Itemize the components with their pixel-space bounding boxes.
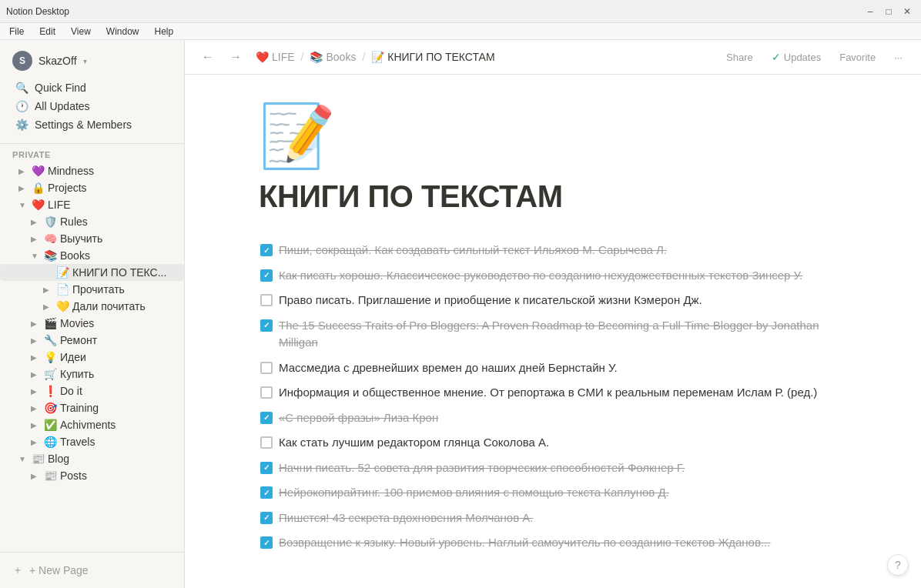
new-page-button[interactable]: ＋ + New Page <box>6 559 178 582</box>
add-item-button[interactable]: + <box>222 409 233 423</box>
checkbox[interactable] <box>260 436 273 449</box>
sidebar-item-projects[interactable]: ▶ 🔒 Projects <box>0 179 184 196</box>
add-item-button[interactable]: + <box>222 534 233 548</box>
sidebar-item-doit[interactable]: ▶ ❗ Do it <box>0 383 184 399</box>
sidebar-item-rules[interactable]: ▶ 🛡️ Rules <box>0 213 184 230</box>
add-item-button[interactable]: + <box>222 384 233 398</box>
checklist: + ⠿ Пиши, сокращай. Как создавать сильны… <box>259 239 847 555</box>
sidebar-header: S SkazOff ▾ 🔍 Quick Find 🕐 All Updates ⚙… <box>0 40 184 144</box>
item-label: Movies <box>60 317 178 329</box>
drag-handle[interactable]: ⠿ <box>235 484 248 498</box>
topbar-left: ← → ❤️ LIFE / 📚 Books / 📝 КНИГИ ПО <box>197 47 498 67</box>
chevron-icon: ▶ <box>31 387 40 396</box>
chevron-icon: ▼ <box>18 455 28 463</box>
item-label: КНИГИ ПО ТЕКС... <box>72 266 178 279</box>
drag-handle[interactable]: ⠿ <box>235 359 248 373</box>
checkbox[interactable] <box>260 269 273 282</box>
sidebar-item-movies[interactable]: ▶ 🎬 Movies <box>0 315 184 332</box>
menu-view[interactable]: View <box>65 25 97 38</box>
breadcrumb-current[interactable]: 📝 КНИГИ ПО ТЕКСТАМ <box>368 49 497 65</box>
item-label: Rules <box>60 215 178 228</box>
menu-edit[interactable]: Edit <box>33 25 62 38</box>
drag-handle[interactable]: ⠿ <box>235 317 248 331</box>
sidebar-item-remont[interactable]: ▶ 🔧 Ремонт <box>0 332 184 349</box>
sidebar-item-training[interactable]: ▶ 🎯 Training <box>0 399 184 416</box>
sidebar-item-life[interactable]: ▼ ❤️ LIFE <box>0 196 184 213</box>
add-item-button[interactable]: + <box>222 292 233 306</box>
checkbox[interactable] <box>260 486 273 499</box>
add-item-button[interactable]: + <box>222 242 233 256</box>
item-icon: 🛒 <box>43 368 57 380</box>
back-button[interactable]: ← <box>197 47 219 67</box>
checkbox[interactable] <box>260 244 273 256</box>
favorite-button[interactable]: Favorite <box>833 48 882 66</box>
add-item-button[interactable]: + <box>222 459 233 473</box>
checkbox[interactable] <box>260 294 273 306</box>
sidebar-item-knigi-tekst[interactable]: 📝 КНИГИ ПО ТЕКС... <box>0 264 184 281</box>
drag-handle[interactable]: ⠿ <box>235 384 248 398</box>
sidebar-item-vyuchit[interactable]: ▶ 🧠 Выучить <box>0 230 184 247</box>
all-updates-label: All Updates <box>35 100 90 112</box>
list-item: + ⠿ «С первой фразы» Лиза Крон <box>259 406 847 430</box>
item-text: Как стать лучшим редактором глянца Сокол… <box>279 434 846 452</box>
add-item-button[interactable]: + <box>222 317 233 331</box>
sidebar-item-quick-find[interactable]: 🔍 Quick Find <box>9 79 175 97</box>
drag-handle[interactable]: ⠿ <box>235 242 248 256</box>
add-item-button[interactable]: + <box>222 359 233 373</box>
item-text: Нейрокопирайтинг. 100 приемов влияния с … <box>279 484 846 502</box>
drag-handle[interactable]: ⠿ <box>235 434 248 448</box>
help-button[interactable]: ? <box>887 554 909 576</box>
sidebar-item-travels[interactable]: ▶ 🌐 Travels <box>0 433 184 450</box>
add-item-button[interactable]: + <box>222 484 233 498</box>
sidebar-item-settings[interactable]: ⚙️ Settings & Members <box>9 115 175 134</box>
item-text: Пишется! 43 секрета вдохновения Молчанов… <box>279 509 846 527</box>
share-button[interactable]: Share <box>720 48 759 66</box>
sidebar-item-achivments[interactable]: ▶ ✅ Achivments <box>0 416 184 433</box>
menu-file[interactable]: File <box>3 25 30 38</box>
more-icon: ··· <box>894 52 903 63</box>
sidebar-item-blog[interactable]: ▼ 📰 Blog <box>0 450 184 467</box>
checkbox[interactable] <box>260 362 273 374</box>
breadcrumb-books[interactable]: 📚 Books <box>306 49 359 65</box>
drag-handle[interactable]: ⠿ <box>235 409 248 423</box>
plus-icon: ＋ <box>12 563 23 577</box>
item-icon: ❤️ <box>31 199 45 211</box>
sidebar-item-books[interactable]: ▼ 📚 Books <box>0 247 184 264</box>
sidebar-item-posts[interactable]: ▶ 📰 Posts <box>0 467 184 484</box>
add-item-button[interactable]: + <box>222 509 233 523</box>
checkbox[interactable] <box>260 462 273 474</box>
sidebar-item-dali-pochitat[interactable]: ▶ 💛 Дали почитать <box>0 298 184 315</box>
maximize-button[interactable]: □ <box>881 4 896 19</box>
checkbox[interactable] <box>260 536 273 549</box>
add-item-button[interactable]: + <box>222 267 233 281</box>
drag-handle[interactable]: ⠿ <box>235 509 248 523</box>
breadcrumb-current-label: КНИГИ ПО ТЕКСТАМ <box>387 51 494 63</box>
list-item: + ⠿ Пишется! 43 секрета вдохновения Молч… <box>259 506 847 530</box>
updates-button[interactable]: ✓ Updates <box>765 48 827 66</box>
drag-handle[interactable]: ⠿ <box>235 459 248 473</box>
menu-help[interactable]: Help <box>149 25 180 38</box>
breadcrumb-life[interactable]: ❤️ LIFE <box>253 49 298 65</box>
checkbox[interactable] <box>260 512 273 524</box>
sidebar-item-all-updates[interactable]: 🕐 All Updates <box>9 97 175 115</box>
add-item-button[interactable]: + <box>222 434 233 448</box>
drag-handle[interactable]: ⠿ <box>235 267 248 281</box>
drag-handle[interactable]: ⠿ <box>235 292 248 306</box>
sidebar-item-mindness[interactable]: ▶ 💜 Mindness <box>0 162 184 179</box>
minimize-button[interactable]: – <box>862 4 878 19</box>
user-menu[interactable]: S SkazOff ▾ <box>6 46 178 75</box>
checkbox[interactable] <box>260 386 273 399</box>
forward-button[interactable]: → <box>225 47 246 67</box>
settings-label: Settings & Members <box>35 119 132 131</box>
chevron-icon: ▶ <box>43 302 52 311</box>
sidebar-item-prochitat[interactable]: ▶ 📄 Прочитать <box>0 281 184 298</box>
checkbox[interactable] <box>260 319 273 332</box>
checkbox[interactable] <box>260 412 273 424</box>
sidebar-item-kupit[interactable]: ▶ 🛒 Купить <box>0 366 184 383</box>
sidebar-item-idei[interactable]: ▶ 💡 Идеи <box>0 349 184 366</box>
item-icon: 📚 <box>43 249 57 262</box>
close-button[interactable]: ✕ <box>899 4 915 19</box>
more-button[interactable]: ··· <box>888 48 909 66</box>
drag-handle[interactable]: ⠿ <box>235 534 248 548</box>
menu-window[interactable]: Window <box>100 25 146 38</box>
